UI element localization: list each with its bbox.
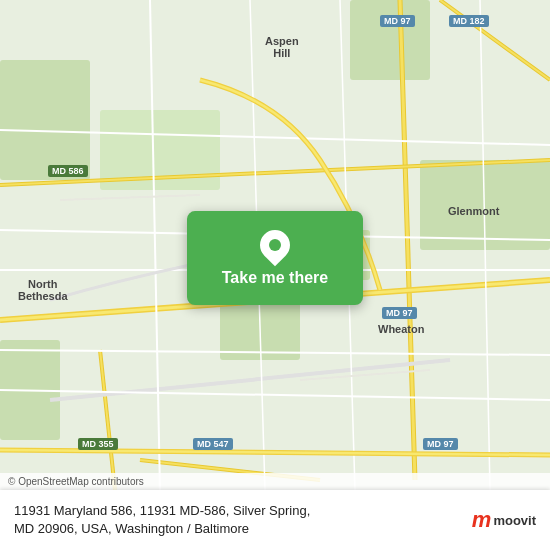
address-text: 11931 Maryland 586, 11931 MD-586, Silver… bbox=[14, 502, 462, 538]
marker-overlay: Take me there bbox=[187, 211, 363, 305]
moovit-logo: m moovit bbox=[472, 509, 536, 531]
moovit-name: moovit bbox=[493, 514, 536, 527]
svg-line-23 bbox=[150, 0, 160, 490]
svg-line-14 bbox=[100, 350, 115, 490]
attribution-bar: © OpenStreetMap contributors bbox=[0, 473, 550, 490]
location-pin-icon bbox=[259, 229, 291, 261]
map-container: MD 97 MD 182 MD 586 MD 97 MD 97 MD 355 M… bbox=[0, 0, 550, 550]
address-line2: MD 20906, USA, Washington / Baltimore bbox=[14, 521, 249, 536]
address-line1: 11931 Maryland 586, 11931 MD-586, Silver… bbox=[14, 503, 310, 518]
road-badge-md547: MD 547 bbox=[193, 438, 233, 450]
svg-rect-1 bbox=[350, 0, 430, 80]
svg-line-31 bbox=[60, 195, 200, 200]
road-badge-md586: MD 586 bbox=[48, 165, 88, 177]
svg-line-12 bbox=[440, 0, 550, 80]
road-badge-md97-mid: MD 97 bbox=[382, 307, 417, 319]
road-badge-md355: MD 355 bbox=[78, 438, 118, 450]
take-me-there-button[interactable]: Take me there bbox=[187, 211, 363, 305]
moovit-letter: m bbox=[472, 509, 492, 531]
road-badge-md182: MD 182 bbox=[449, 15, 489, 27]
road-badge-md97-top: MD 97 bbox=[380, 15, 415, 27]
take-me-there-label: Take me there bbox=[222, 269, 328, 287]
address-bar: 11931 Maryland 586, 11931 MD-586, Silver… bbox=[0, 490, 550, 550]
copyright-text: © OpenStreetMap contributors bbox=[8, 476, 144, 487]
svg-rect-0 bbox=[0, 60, 90, 180]
road-badge-md97-bot: MD 97 bbox=[423, 438, 458, 450]
